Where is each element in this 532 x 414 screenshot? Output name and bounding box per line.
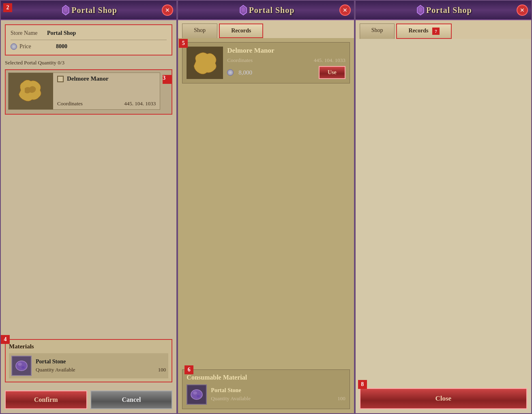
consumable-item: Portal Stone Quantity Available 100 [187, 384, 345, 405]
tab-records-3[interactable]: 7 Records 7 [396, 23, 452, 39]
consumable-stone-svg [189, 387, 204, 402]
shop-item-price: 8,000 [227, 69, 252, 76]
portal-stone-icon [11, 356, 32, 376]
cancel-button[interactable]: Cancel [90, 391, 173, 409]
svg-point-9 [197, 395, 200, 397]
price-value: 8000 [56, 43, 67, 50]
portal-item[interactable]: Delmore Manor Coordinates 445. 104. 1033 [8, 73, 160, 110]
shop-price-value: 8,000 [238, 69, 252, 76]
shop-item-thumb [187, 47, 223, 79]
shop-coords-value: 445. 104. 1033 [314, 57, 345, 64]
consumable-qty-value: 100 [337, 395, 345, 402]
shop-item-card: Delmore Manor Coordinates 445. 104. 1033… [182, 42, 350, 83]
portal-checkbox[interactable] [57, 76, 64, 82]
store-name-label: Store Name [11, 30, 47, 36]
panel2-tab-content: 5 Delmore Manor Coordinates 445. 104. 10… [178, 38, 354, 413]
close-button[interactable]: Close [360, 388, 527, 409]
portal-info: Delmore Manor Coordinates 445. 104. 1033 [53, 73, 160, 109]
badge-2: 2 [3, 3, 12, 12]
shop-item-coords: Coordinates 445. 104. 1033 [227, 57, 345, 64]
shop-item-wrapper: 5 Delmore Manor Coordinates 445. 104. 10… [182, 42, 350, 87]
panel3-tab-area: Shop 7 Records 7 [356, 20, 531, 39]
selected-portal-label: Selected Portal Quantity 0/3 [5, 60, 172, 66]
tab-bar-3: Shop 7 Records 7 [356, 20, 531, 39]
material-qty-value: 100 [158, 367, 166, 373]
material-item: Portal Stone Quantity Available 100 [9, 353, 168, 378]
shop-map-icon [190, 50, 220, 76]
badge-8: 8 [358, 380, 367, 389]
price-row: Price 8000 [11, 42, 167, 51]
consumable-section: Consumable Material Portal Stone Quantit… [182, 369, 350, 409]
price-label: Price [19, 43, 56, 50]
material-qty-row: Quantity Available 100 [36, 367, 166, 373]
portal-thumbnail [9, 73, 53, 109]
store-name-row: Store Name Portal Shop [11, 28, 167, 38]
panel3-close-button[interactable]: ✕ [517, 4, 528, 16]
shop-item-details: Delmore Manor Coordinates 445. 104. 1033… [227, 47, 345, 79]
material-info: Portal Stone Quantity Available 100 [36, 359, 166, 373]
shop-item-name: Delmore Manor [227, 47, 345, 55]
use-button[interactable]: Use [319, 66, 345, 79]
portal-name-row: Delmore Manor [57, 75, 156, 82]
badge-4: 4 [1, 335, 10, 344]
close-area: 8 Close [356, 384, 531, 413]
tab-shop-2[interactable]: Shop [182, 23, 217, 38]
consumable-title: Consumable Material [187, 374, 345, 381]
panel-3: Portal Shop ✕ Shop 7 Records 7 8 Close [355, 0, 532, 414]
panel1-title: Portal Shop [71, 6, 117, 15]
consumable-qty-label: Quantity Available [211, 395, 251, 402]
tab-bar-2: Shop Records [178, 20, 354, 38]
consumable-stone-icon [187, 384, 207, 405]
svg-point-8 [193, 391, 197, 395]
coin-icon [11, 43, 17, 50]
tab-shop-3[interactable]: Shop [360, 23, 395, 39]
consumable-wrapper: 6 Consumable Material Portal Stone [182, 369, 350, 409]
stone-svg [14, 359, 29, 373]
panel2-header: Portal Shop ✕ [178, 1, 354, 20]
panel2-close-button[interactable]: ✕ [339, 4, 351, 16]
bottom-buttons: Confirm Cancel [1, 386, 176, 413]
portal-name: Delmore Manor [67, 75, 109, 82]
materials-wrapper: 4 Materials Portal Stone Quantity [5, 339, 172, 382]
panel3-header: Portal Shop ✕ [356, 1, 531, 20]
svg-point-3 [18, 363, 22, 366]
svg-point-7 [191, 390, 202, 399]
store-info-box: Store Name Portal Shop Price 8000 [5, 24, 172, 55]
shop-coords-label: Coordinates [227, 57, 253, 64]
tab-records-label: Records [408, 28, 428, 34]
gem-icon-p2 [238, 4, 249, 16]
panel1-header: 2 Portal Shop ✕ [1, 1, 176, 20]
panel-1: 2 Portal Shop ✕ Store Name Portal Shop P… [0, 0, 177, 414]
consumable-qty-row: Quantity Available 100 [211, 395, 345, 402]
consumable-info: Portal Stone Quantity Available 100 [211, 387, 345, 402]
gem-icon-p3 [415, 4, 426, 16]
portal-coords-row: Coordinates 445. 104. 1033 [57, 99, 156, 107]
panel2-tab-area: Shop Records [178, 20, 354, 38]
portal-map-icon [13, 76, 49, 107]
coords-label: Coordinates [57, 100, 83, 107]
badge-7-inline: 7 [432, 28, 440, 35]
shop-coin-icon [227, 69, 234, 76]
svg-point-4 [21, 366, 25, 369]
svg-point-2 [16, 361, 27, 371]
records-content [356, 39, 531, 384]
material-qty-label: Quantity Available [36, 367, 75, 373]
gem-icon-left [60, 4, 71, 16]
portal-list-box: 3 Delmore Manor Coordinates 445. 104 [5, 69, 172, 115]
panel1-close-button[interactable]: ✕ [162, 4, 173, 16]
materials-section: Materials Portal Stone Quantity Availabl… [5, 339, 172, 382]
materials-title: Materials [9, 343, 168, 350]
panel3-title: Portal Shop [426, 6, 472, 15]
badge-3: 3 [163, 75, 172, 84]
badge-6: 6 [184, 365, 193, 374]
tab-records-2[interactable]: Records [219, 23, 263, 38]
consumable-name: Portal Stone [211, 387, 345, 394]
store-name-value: Portal Shop [47, 30, 76, 36]
shop-item-price-row: 8,000 Use [227, 66, 345, 79]
material-name: Portal Stone [36, 359, 166, 365]
panel2-title: Portal Shop [249, 6, 295, 15]
panel-2: Portal Shop ✕ Shop Records 5 Delmore Man… [177, 0, 354, 414]
panel1-body: Store Name Portal Shop Price 8000 Select… [1, 20, 176, 386]
confirm-button[interactable]: Confirm [5, 391, 87, 409]
badge-5: 5 [179, 39, 188, 48]
